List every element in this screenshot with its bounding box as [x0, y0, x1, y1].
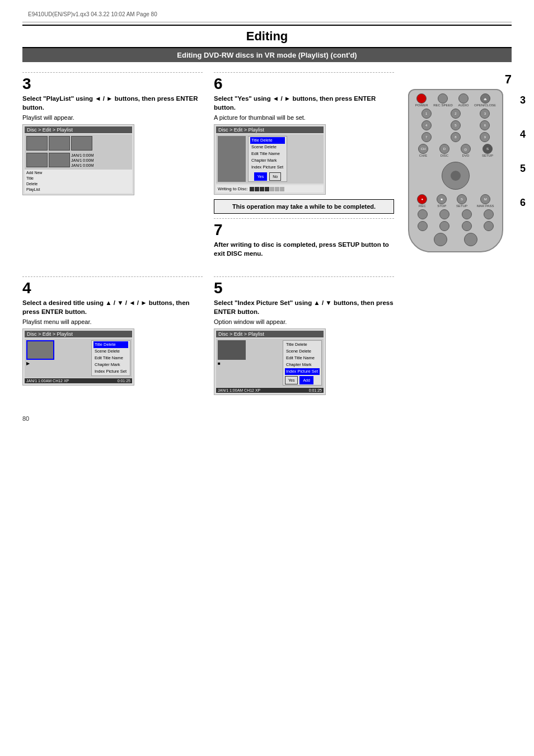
- step-3-thumb-row-2: [26, 153, 70, 168]
- btn-col-3: [457, 209, 477, 219]
- option-yes-btn[interactable]: Yes: [285, 376, 298, 384]
- s5-menu-chapter-mark: Chapter Mark: [285, 361, 320, 368]
- btn-col-4: [479, 209, 499, 219]
- rec-grp: ● REC: [417, 194, 427, 208]
- rec-label: REC: [419, 204, 426, 208]
- remote-area: 7 POWER REC SPEED: [400, 72, 512, 404]
- audio-button[interactable]: [458, 93, 469, 104]
- step-6-instruction-bold: Select "Yes" using ◄ / ► buttons, then p…: [214, 95, 376, 111]
- dvd-button[interactable]: ◎: [461, 144, 471, 154]
- bottom-btn-right[interactable]: [464, 233, 477, 246]
- rec-button[interactable]: ●: [417, 194, 427, 204]
- extra-btn-1[interactable]: [418, 221, 428, 231]
- btn-1[interactable]: 1: [421, 109, 432, 119]
- power-group: POWER: [415, 93, 428, 107]
- thumb-label-3: JAN/1 0:00M: [71, 163, 93, 168]
- btn-5[interactable]: 5: [451, 120, 461, 130]
- step-5-divider: [214, 276, 394, 277]
- s5-menu-index-pic: Index Picture Set: [285, 368, 320, 375]
- color-btn-2[interactable]: [439, 209, 449, 219]
- thumb-4: [26, 153, 48, 167]
- dpad-center[interactable]: [451, 171, 461, 181]
- extra-btn-4[interactable]: [484, 221, 494, 231]
- step-5-instruction: Select "Index Picture Set" using ▲ / ▼ b…: [214, 298, 394, 316]
- dialog-yes-btn[interactable]: Yes: [254, 172, 267, 181]
- btn-6[interactable]: 6: [480, 120, 490, 130]
- step-3-screen: Disc > Edit > Playlist: [22, 124, 134, 195]
- btn-7[interactable]: 7: [421, 132, 432, 142]
- step-5-instruction-bold: Select "Index Picture Set" using ▲ / ▼ b…: [214, 299, 394, 315]
- step-5-status-right: 0:01:25: [309, 388, 322, 392]
- rec-speed-button[interactable]: [438, 93, 448, 104]
- color-btn-3[interactable]: [462, 209, 472, 219]
- s4-menu-edit-title: Edit Title Name: [93, 355, 128, 361]
- step-7-divider: [214, 218, 394, 219]
- extra-btn-2[interactable]: [439, 221, 449, 231]
- btn-2[interactable]: 2: [451, 109, 461, 119]
- setup-label: SETUP: [482, 154, 493, 157]
- side-num-4: 4: [520, 129, 526, 140]
- wb-7: [280, 187, 284, 191]
- step-4-instruction: Select a desired title using ▲ / ▼ / ◄ /…: [22, 298, 203, 316]
- wb-4: [265, 187, 269, 191]
- step-5-body: ■ Title Delete Scene Delete Edit Title N…: [216, 339, 324, 387]
- btn-9[interactable]: 9: [480, 132, 490, 142]
- step-5-note: Option window will appear.: [214, 318, 394, 325]
- side-step-numbers: 3 4 5 6: [520, 95, 526, 209]
- wb-6: [275, 187, 279, 191]
- menu-scene-delete: Scene Delete: [250, 144, 285, 151]
- step-3-divider: [22, 72, 203, 73]
- btn-3[interactable]: 3: [480, 109, 490, 119]
- step-4-thumb-col: ▶: [26, 340, 89, 376]
- number-buttons: 1 2 3 4 5 6 7 8 9: [413, 109, 499, 142]
- btn-4[interactable]: 4: [421, 120, 432, 130]
- step-6-dialog-buttons: Yes No: [250, 172, 285, 181]
- delete-label: Delete: [26, 182, 38, 186]
- stop-label: STOP: [437, 204, 446, 208]
- step-4-note: Playlist menu will appear.: [22, 318, 203, 325]
- s4-menu-scene-delete: Scene Delete: [93, 348, 128, 355]
- step-6-screen: Disc > Edit > Playlist Title Delete Scen…: [214, 124, 326, 195]
- s4-menu-chapter-mark: Chapter Mark: [93, 361, 128, 368]
- extra-btn-3[interactable]: [462, 221, 472, 231]
- page-subtitle: Editing DVD-RW discs in VR mode (Playlis…: [22, 48, 512, 62]
- dpad[interactable]: [442, 162, 470, 190]
- step-5-play-arrow: ■: [218, 361, 280, 366]
- bottom-btn-left[interactable]: [434, 233, 447, 246]
- s5-menu-edit-title: Edit Title Name: [285, 355, 320, 361]
- step-3-thumb-row-1: [26, 136, 92, 151]
- writing-progress: [250, 187, 284, 191]
- disc-button[interactable]: D: [439, 144, 449, 154]
- doc-header: E9410UD(EN/SP)v1.qx3 04.3.22 10:02 AM Pa…: [22, 11, 512, 17]
- step-3-screen-title: Disc > Edit > Playlist: [25, 126, 132, 133]
- step-6-note-box: This operation may take a while to be co…: [214, 199, 394, 214]
- setup-button2[interactable]: S: [457, 194, 467, 204]
- page-number: 80: [22, 415, 512, 422]
- s4-menu-index-pic: Index Picture Set: [93, 368, 128, 375]
- step-4-divider: [22, 276, 203, 277]
- color-btn-4[interactable]: [484, 209, 494, 219]
- step-6-note: A picture for thumbnail will be set.: [214, 114, 394, 121]
- step-5-status-left: JAN/1 1:00AM CH12 XP: [218, 388, 260, 392]
- setup-button[interactable]: S: [483, 144, 493, 154]
- step-3-note: Playlist will appear.: [22, 114, 203, 121]
- btn-8[interactable]: 8: [451, 132, 461, 142]
- remote-wrapper: 7 POWER REC SPEED: [400, 72, 512, 252]
- step-5-thumb-main: [218, 340, 246, 360]
- power-button[interactable]: [416, 93, 427, 104]
- step-6-body: Title Delete Scene Delete Edit Title Nam…: [216, 134, 324, 184]
- stop-button[interactable]: ■: [437, 194, 447, 204]
- option-add-btn[interactable]: Add: [299, 376, 313, 384]
- step-4-block: 4 Select a desired title using ▲ / ▼ / ◄…: [22, 276, 203, 395]
- disc-label: DISC: [441, 154, 448, 157]
- color-btn-1[interactable]: [418, 209, 428, 219]
- step-4-screen-title: Disc > Edit > Playlist: [25, 331, 132, 337]
- ch-button[interactable]: CH: [418, 144, 428, 154]
- step-4-screen: Disc > Edit > Playlist ▶ Title Delete Sc…: [22, 328, 134, 386]
- open-close-button[interactable]: ⏏: [480, 93, 490, 104]
- top-rule: [22, 22, 512, 22]
- dialog-no-btn[interactable]: No: [269, 172, 281, 181]
- step-5-options: Yes Add: [285, 376, 320, 384]
- mar-pass-button[interactable]: M: [480, 194, 490, 204]
- step-6-menu: Title Delete Scene Delete Edit Title Nam…: [248, 136, 287, 182]
